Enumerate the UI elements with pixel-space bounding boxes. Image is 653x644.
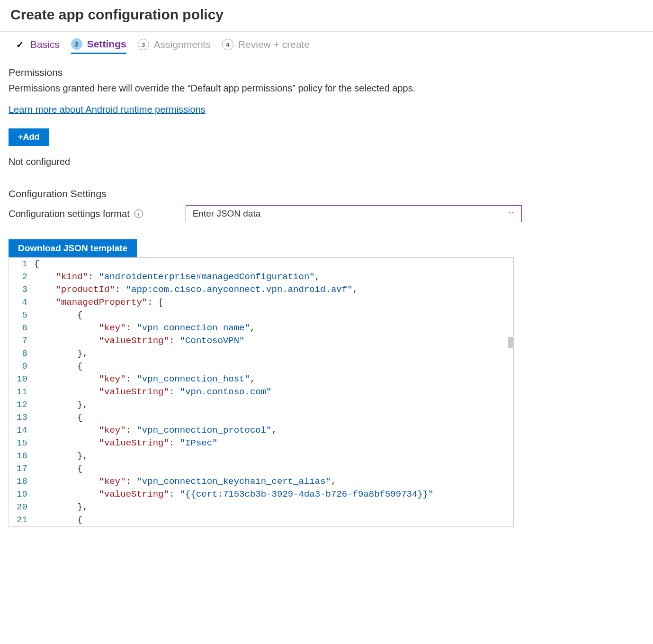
scrollbar-thumb[interactable]	[508, 337, 513, 348]
config-format-label: Configuration settings format i	[9, 209, 143, 219]
wizard-steps: ✓ Basics 2 Settings 3 Assignments 4 Revi…	[0, 32, 653, 54]
download-json-template-button[interactable]: Download JSON template	[9, 239, 137, 257]
permissions-description: Permissions granted here will override t…	[9, 83, 644, 94]
step-label: Review + create	[238, 39, 310, 50]
step-review-create[interactable]: 4 Review + create	[222, 39, 310, 53]
step-label: Settings	[87, 38, 126, 50]
step-number-badge: 4	[222, 39, 233, 50]
config-format-dropdown[interactable]: Enter JSON data ﹀	[186, 205, 522, 222]
chevron-down-icon: ﹀	[508, 209, 515, 218]
step-label: Basics	[30, 39, 60, 50]
info-icon[interactable]: i	[134, 209, 143, 218]
code-content[interactable]: { "kind": "androidenterprise#managedConf…	[32, 258, 513, 526]
step-assignments[interactable]: 3 Assignments	[138, 39, 211, 53]
step-basics[interactable]: ✓ Basics	[14, 39, 60, 53]
json-editor[interactable]: 123456789101112131415161718192021 { "kin…	[9, 257, 514, 527]
config-settings-heading: Configuration Settings	[9, 188, 644, 200]
step-label: Assignments	[154, 39, 211, 50]
not-configured-text: Not configured	[9, 156, 644, 167]
step-number-badge: 3	[138, 39, 149, 50]
line-number-gutter: 123456789101112131415161718192021	[9, 258, 32, 526]
check-icon: ✓	[14, 39, 26, 50]
step-number-badge: 2	[71, 38, 82, 50]
step-settings[interactable]: 2 Settings	[71, 38, 126, 54]
dropdown-value: Enter JSON data	[193, 209, 261, 219]
page-title: Create app configuration policy	[0, 0, 653, 31]
learn-more-link[interactable]: Learn more about Android runtime permiss…	[9, 104, 206, 115]
permissions-heading: Permissions	[9, 67, 644, 78]
add-button[interactable]: +Add	[9, 128, 49, 146]
